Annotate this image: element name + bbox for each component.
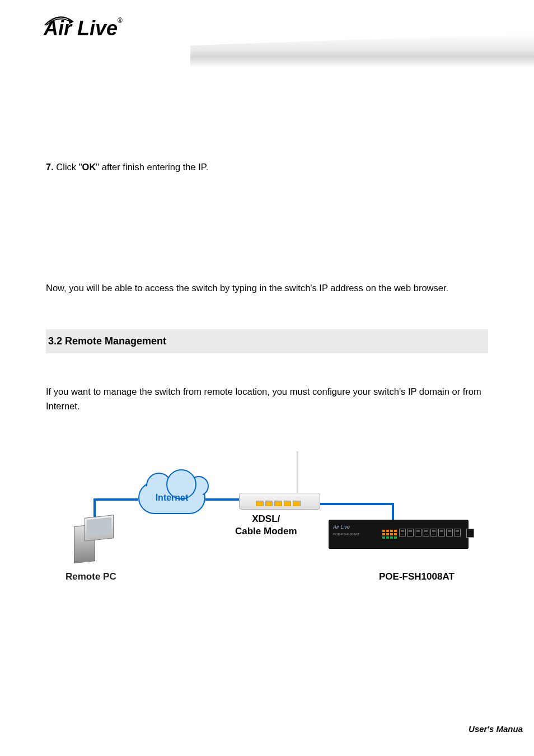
link-line xyxy=(205,498,239,501)
remote-pc-label: Remote PC xyxy=(65,569,144,584)
footer-text: User's Manua xyxy=(469,724,523,734)
step-number: 7. xyxy=(46,162,54,172)
remote-paragraph: If you want to manage the switch from re… xyxy=(46,384,488,414)
internet-cloud-label: Internet xyxy=(138,491,205,505)
step-post: " after finish entering the IP. xyxy=(96,162,208,172)
modem-antenna-icon xyxy=(297,451,298,495)
access-paragraph: Now, you will be able to access the swit… xyxy=(46,281,488,295)
modem-label-line2: Cable Modem xyxy=(235,526,297,536)
step-ok: OK xyxy=(82,162,96,172)
network-diagram: Remote PC Internet XDSL/ Cable Modem Air… xyxy=(46,447,488,602)
header-gradient xyxy=(190,34,534,67)
logo-text: Air Live xyxy=(44,17,118,40)
page-footer: User's Manua xyxy=(469,724,523,734)
page-header: Air Live® xyxy=(0,0,534,84)
remote-pc-screen-icon xyxy=(87,517,111,537)
modem-label: XDSL/ Cable Modem xyxy=(235,513,297,537)
modem-ports-icon xyxy=(256,501,301,506)
modem-label-line1: XDSL/ xyxy=(252,514,280,524)
step-pre: Click " xyxy=(56,162,82,172)
step-7-line: 7. Click "OK" after finish entering the … xyxy=(46,160,488,174)
switch-label: POE-FSH1008AT xyxy=(379,569,455,584)
switch-ports-icon xyxy=(399,529,474,538)
switch-led-icon xyxy=(382,530,397,539)
link-line xyxy=(392,503,394,521)
brand-logo: Air Live® xyxy=(44,17,156,40)
switch-brand-label: Air Live xyxy=(333,523,350,531)
link-line xyxy=(320,503,393,505)
logo-registered: ® xyxy=(118,17,123,25)
switch-model-text: POE-FSH1008AT xyxy=(333,532,359,538)
section-heading-3-2: 3.2 Remote Management xyxy=(46,329,488,353)
link-line xyxy=(93,498,138,501)
page-content: 7. Click "OK" after finish entering the … xyxy=(0,160,534,603)
